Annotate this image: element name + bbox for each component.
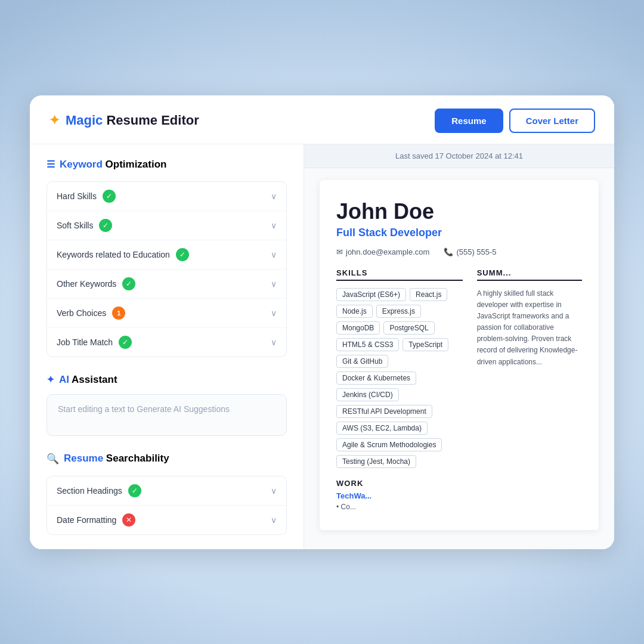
section-headings-label: Section Headings bbox=[57, 486, 122, 496]
header: ✦ Magic Resume Editor Resume Cover Lette… bbox=[30, 95, 614, 144]
tab-cover-letter[interactable]: Cover Letter bbox=[509, 109, 595, 133]
section-headings-badge: ✓ bbox=[128, 484, 141, 497]
last-saved-text: Last saved 17 October 2024 at 12:41 bbox=[395, 151, 523, 160]
search-icon: 🔍 bbox=[47, 453, 59, 465]
phone-icon: 📞 bbox=[444, 247, 453, 256]
skill-jenkins: Jenkins (CI/CD) bbox=[336, 388, 399, 401]
skill-postgres: PostgreSQL bbox=[383, 321, 434, 335]
work-experience-header: WORK bbox=[336, 479, 463, 488]
summary-column: SUMM... A highly skilled full stack deve… bbox=[477, 268, 582, 511]
summary-text: A highly skilled full stack developer wi… bbox=[477, 288, 582, 368]
skill-git: Git & GitHub bbox=[336, 355, 388, 368]
searchability-title: 🔍 Resume Searchability bbox=[47, 453, 287, 465]
ai-sparkle-icon: ✦ bbox=[47, 374, 54, 385]
date-formatting-chevron: ∨ bbox=[271, 515, 277, 525]
resume-document[interactable]: John Doe Full Stack Developer ✉ john.doe… bbox=[320, 180, 599, 530]
resume-candidate-name: John Doe bbox=[336, 199, 582, 224]
ai-placeholder-text: Start editing a text to Generate AI Sugg… bbox=[58, 404, 230, 414]
keyword-item-other[interactable]: Other Keywords ✓ ∨ bbox=[47, 270, 286, 299]
resume-searchability-section: 🔍 Resume Searchability Section Headings … bbox=[47, 453, 287, 535]
hard-skills-chevron: ∨ bbox=[271, 191, 277, 201]
keyword-section-title: ☰ Keyword Optimization bbox=[47, 159, 287, 171]
magic-icon: ✦ bbox=[49, 113, 60, 128]
education-keywords-chevron: ∨ bbox=[271, 250, 277, 259]
job-title-match-chevron: ∨ bbox=[271, 338, 277, 347]
skill-html: HTML5 & CSS3 bbox=[336, 338, 399, 351]
ai-input-box[interactable]: Start editing a text to Generate AI Sugg… bbox=[47, 394, 287, 436]
skill-agile: Agile & Scrum Methodologies bbox=[336, 438, 442, 451]
app-title: ✦ Magic Resume Editor bbox=[49, 113, 199, 128]
skill-aws: AWS (S3, EC2, Lambda) bbox=[336, 422, 428, 435]
skills-column: SKILLS JavaScript (ES6+) React.js Node.j… bbox=[336, 268, 463, 511]
body: ☰ Keyword Optimization Hard Skills ✓ ∨ S… bbox=[30, 144, 614, 549]
skill-testing: Testing (Jest, Mocha) bbox=[336, 455, 416, 468]
soft-skills-badge: ✓ bbox=[99, 219, 112, 232]
other-keywords-badge: ✓ bbox=[122, 277, 135, 290]
list-icon: ☰ bbox=[47, 159, 55, 170]
verb-choices-chevron: ∨ bbox=[271, 308, 277, 318]
keyword-item-verb-choices[interactable]: Verb Choices 1 ∨ bbox=[47, 299, 286, 328]
keyword-item-hard-skills[interactable]: Hard Skills ✓ ∨ bbox=[47, 182, 286, 211]
date-formatting-badge: ✕ bbox=[122, 513, 135, 527]
education-keywords-badge: ✓ bbox=[176, 248, 189, 261]
work-bullet-item: • Co... bbox=[336, 503, 463, 511]
title-highlight: Magic bbox=[66, 113, 103, 128]
searchability-items: Section Headings ✓ ∨ Date Formatting ✕ ∨ bbox=[47, 476, 287, 535]
right-panel: Last saved 17 October 2024 at 12:41 John… bbox=[304, 144, 614, 549]
keyword-items-list: Hard Skills ✓ ∨ Soft Skills ✓ ∨ Ke bbox=[47, 181, 287, 357]
phone-contact: 📞 (555) 555-5 bbox=[444, 247, 496, 256]
skills-grid: JavaScript (ES6+) React.js Node.js Expre… bbox=[336, 288, 463, 468]
skill-typescript: TypeScript bbox=[402, 338, 448, 351]
skill-js: JavaScript (ES6+) bbox=[336, 288, 406, 301]
save-bar: Last saved 17 October 2024 at 12:41 bbox=[304, 144, 614, 168]
education-keywords-label: Keywords related to Education bbox=[57, 250, 170, 259]
other-keywords-chevron: ∨ bbox=[271, 279, 277, 289]
soft-skills-label: Soft Skills bbox=[57, 221, 93, 230]
job-title-match-label: Job Title Match bbox=[57, 338, 113, 347]
phone-value: (555) 555-5 bbox=[456, 247, 496, 256]
tab-resume[interactable]: Resume bbox=[435, 109, 503, 133]
title-rest: Resume Editor bbox=[103, 113, 199, 128]
keyword-item-education[interactable]: Keywords related to Education ✓ ∨ bbox=[47, 240, 286, 270]
hard-skills-label: Hard Skills bbox=[57, 191, 97, 201]
verb-choices-label: Verb Choices bbox=[57, 308, 106, 318]
searchability-item-date-formatting[interactable]: Date Formatting ✕ ∨ bbox=[47, 506, 286, 534]
email-icon: ✉ bbox=[336, 247, 343, 256]
ai-assistant-section: ✦ AI Assistant Start editing a text to G… bbox=[47, 374, 287, 436]
verb-choices-badge: 1 bbox=[112, 306, 125, 320]
left-panel: ☰ Keyword Optimization Hard Skills ✓ ∨ S… bbox=[30, 144, 304, 549]
searchability-item-section-headings[interactable]: Section Headings ✓ ∨ bbox=[47, 476, 286, 506]
date-formatting-label: Date Formatting bbox=[57, 515, 116, 525]
email-value: john.doe@example.com bbox=[346, 247, 429, 256]
section-headings-chevron: ∨ bbox=[271, 486, 277, 496]
resume-contact-info: ✉ john.doe@example.com 📞 (555) 555-5 bbox=[336, 247, 582, 256]
skill-node: Node.js bbox=[336, 305, 373, 318]
other-keywords-label: Other Keywords bbox=[57, 279, 116, 289]
job-title-match-badge: ✓ bbox=[119, 336, 132, 349]
email-contact: ✉ john.doe@example.com bbox=[336, 247, 429, 256]
summary-header: SUMM... bbox=[477, 268, 582, 281]
soft-skills-chevron: ∨ bbox=[271, 221, 277, 230]
resume-candidate-title: Full Stack Developer bbox=[336, 227, 582, 239]
main-card: ✦ Magic Resume Editor Resume Cover Lette… bbox=[30, 95, 614, 549]
work-company-name: TechWa... bbox=[336, 491, 463, 500]
keyword-item-soft-skills[interactable]: Soft Skills ✓ ∨ bbox=[47, 211, 286, 240]
skill-restful: RESTful API Development bbox=[336, 405, 432, 418]
keyword-item-job-title[interactable]: Job Title Match ✓ ∨ bbox=[47, 328, 286, 357]
skill-express: Express.js bbox=[376, 305, 421, 318]
header-tabs: Resume Cover Letter bbox=[435, 109, 595, 133]
skill-docker: Docker & Kubernetes bbox=[336, 371, 416, 385]
skill-mongo: MongoDB bbox=[336, 321, 380, 335]
ai-section-title: ✦ AI Assistant bbox=[47, 374, 287, 386]
skills-header: SKILLS bbox=[336, 268, 463, 281]
skill-react: React.js bbox=[410, 288, 447, 301]
resume-columns: SKILLS JavaScript (ES6+) React.js Node.j… bbox=[336, 268, 582, 511]
hard-skills-badge: ✓ bbox=[103, 190, 116, 203]
